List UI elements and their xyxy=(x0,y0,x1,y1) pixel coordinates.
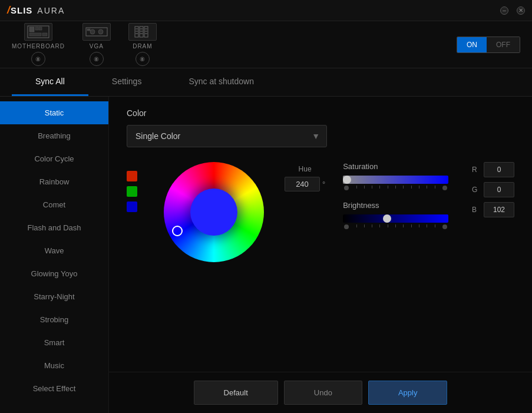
color-picker-area: Hue ° Saturation xyxy=(127,159,514,265)
sidebar-item-glowing-yoyo[interactable]: Glowing Yoyo xyxy=(0,262,108,285)
btick-start xyxy=(344,224,349,229)
dram-label: DRAM xyxy=(133,43,152,49)
toggle-off-button[interactable]: OFF xyxy=(487,37,520,52)
sidebar-item-breathing[interactable]: Breathing xyxy=(0,124,108,147)
device-motherboard[interactable]: MOTHERBOARD ⑧ xyxy=(12,23,65,66)
vga-svg xyxy=(85,25,108,38)
brightness-ticks xyxy=(343,223,448,229)
vga-label: VGA xyxy=(90,43,104,49)
svg-rect-14 xyxy=(136,31,138,32)
svg-rect-4 xyxy=(29,33,41,36)
brightness-thumb[interactable] xyxy=(383,214,391,223)
sidebar-item-comet[interactable]: Comet xyxy=(0,193,108,216)
svg-rect-15 xyxy=(136,33,138,34)
color-wheel-handle[interactable] xyxy=(172,226,183,236)
sidebar-item-select-effect[interactable]: Select Effect xyxy=(0,377,108,400)
apply-button[interactable]: Apply xyxy=(368,381,448,405)
b-input[interactable] xyxy=(484,202,514,217)
sidebar-item-strobing[interactable]: Strobing xyxy=(0,308,108,331)
b-label: B xyxy=(472,206,479,214)
swatch-red[interactable] xyxy=(127,171,137,181)
swatch-blue[interactable] xyxy=(127,201,137,212)
sidebar-item-color-cycle[interactable]: Color Cycle xyxy=(0,147,108,170)
brightness-section: Brightness xyxy=(343,201,448,229)
g-input[interactable] xyxy=(484,182,514,197)
b-row: B xyxy=(472,202,514,217)
svg-rect-13 xyxy=(136,28,138,29)
r-input[interactable] xyxy=(484,162,514,177)
sidebar-item-music[interactable]: Music xyxy=(0,354,108,377)
saturation-slider-row xyxy=(343,176,448,184)
tab-sync-all[interactable]: Sync All xyxy=(12,68,88,96)
color-wheel-inner xyxy=(190,189,237,236)
motherboard-badge: ⑧ xyxy=(31,52,45,66)
svg-rect-17 xyxy=(140,31,143,32)
close-button[interactable]: ✕ xyxy=(517,6,525,15)
swatch-green[interactable] xyxy=(127,186,137,197)
sidebar: Static Breathing Color Cycle Rainbow Com… xyxy=(0,97,109,413)
asus-logo: /SLIS xyxy=(7,4,32,16)
saturation-section: Saturation xyxy=(343,162,448,190)
brightness-label: Brightness xyxy=(343,201,448,210)
motherboard-svg xyxy=(27,25,49,38)
color-mode-select[interactable]: Single Color Multi Color xyxy=(127,125,327,147)
saturation-slider[interactable] xyxy=(343,176,448,184)
device-dram[interactable]: DRAM ⑧ xyxy=(128,23,157,66)
device-vga[interactable]: VGA ⑧ xyxy=(82,23,111,66)
svg-point-8 xyxy=(98,29,103,34)
svg-rect-18 xyxy=(140,33,143,34)
sidebar-item-wave[interactable]: Wave xyxy=(0,239,108,262)
dram-svg xyxy=(131,25,154,38)
color-mode-dropdown[interactable]: Single Color Multi Color ▼ xyxy=(127,125,327,147)
motherboard-icon xyxy=(24,23,52,41)
svg-rect-5 xyxy=(42,33,47,36)
hue-label: Hue xyxy=(299,165,312,173)
g-row: G xyxy=(472,182,514,197)
color-section-label: Color xyxy=(127,108,514,118)
vga-icon xyxy=(82,23,111,41)
svg-rect-20 xyxy=(145,31,147,32)
motherboard-label: MOTHERBOARD xyxy=(12,43,65,49)
color-wheel-container[interactable] xyxy=(161,159,267,265)
hue-section: Hue ° xyxy=(285,165,325,191)
saturation-ticks xyxy=(343,184,448,190)
minimize-button[interactable]: – xyxy=(500,6,508,15)
sidebar-item-starry-night[interactable]: Starry-Night xyxy=(0,285,108,308)
sidebar-item-flash-dash[interactable]: Flash and Dash xyxy=(0,216,108,239)
header: MOTHERBOARD ⑧ VGA ⑧ xyxy=(0,21,532,68)
sidebar-item-rainbow[interactable]: Rainbow xyxy=(0,170,108,193)
svg-rect-3 xyxy=(39,27,42,30)
dram-badge: ⑧ xyxy=(136,52,150,66)
sliders-panel: Saturation xyxy=(343,162,448,240)
svg-rect-1 xyxy=(29,27,34,32)
hue-unit: ° xyxy=(322,180,325,189)
color-wheel[interactable] xyxy=(164,162,264,262)
app-title: AURA xyxy=(37,6,65,15)
main-content: Static Breathing Color Cycle Rainbow Com… xyxy=(0,97,532,413)
undo-button[interactable]: Undo xyxy=(284,381,362,405)
svg-point-7 xyxy=(90,29,95,34)
toggle-on-button[interactable]: ON xyxy=(457,37,487,52)
power-toggle[interactable]: ON OFF xyxy=(457,37,520,53)
titlebar: /SLIS AURA – ✕ xyxy=(0,0,532,21)
svg-rect-16 xyxy=(140,28,143,29)
hue-input[interactable] xyxy=(285,177,320,191)
vga-badge: ⑧ xyxy=(90,52,104,66)
saturation-thumb[interactable] xyxy=(343,176,351,184)
sidebar-item-smart[interactable]: Smart xyxy=(0,331,108,354)
svg-rect-2 xyxy=(35,27,38,30)
default-button[interactable]: Default xyxy=(194,381,278,405)
svg-rect-19 xyxy=(145,28,147,29)
devices-list: MOTHERBOARD ⑧ VGA ⑧ xyxy=(12,23,157,66)
content-panel: Color Single Color Multi Color ▼ xyxy=(109,97,532,413)
g-label: G xyxy=(472,186,479,194)
svg-rect-9 xyxy=(87,29,90,31)
color-swatches xyxy=(127,171,137,212)
sidebar-item-static[interactable]: Static xyxy=(0,101,108,124)
btick-end xyxy=(442,224,447,229)
titlebar-controls: – ✕ xyxy=(500,6,525,15)
saturation-label: Saturation xyxy=(343,162,448,171)
tab-sync-shutdown[interactable]: Sync at shutdown xyxy=(165,68,277,96)
tab-settings[interactable]: Settings xyxy=(88,68,166,96)
brightness-slider[interactable] xyxy=(343,214,448,223)
